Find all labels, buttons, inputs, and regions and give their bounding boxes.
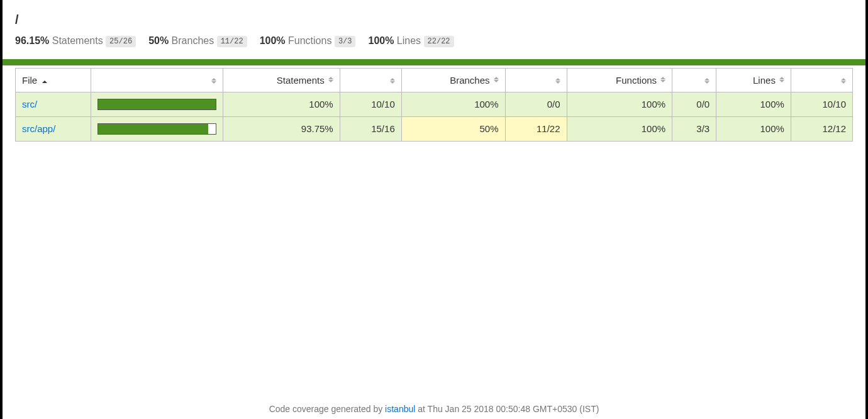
file-link[interactable]: src/ — [22, 99, 37, 109]
footer: Code coverage generated by istanbul at T… — [3, 404, 865, 414]
summary-functions-pct: 100% — [260, 35, 286, 46]
col-branches-label: Branches — [450, 75, 489, 86]
sort-icon — [328, 77, 333, 82]
col-lines-abs[interactable] — [791, 68, 852, 92]
col-statements[interactable]: Statements — [223, 68, 340, 92]
coverage-bar — [97, 99, 216, 110]
sort-icon — [779, 77, 784, 82]
coverage-bar — [97, 123, 216, 135]
statements-abs: 15/16 — [340, 116, 401, 141]
col-file[interactable]: File — [16, 68, 91, 92]
functions-abs: 3/3 — [672, 116, 716, 141]
summary-lines-label: Lines — [397, 35, 421, 46]
summary-statements-fraction: 25/26 — [106, 36, 136, 47]
col-lines[interactable]: Lines — [716, 68, 791, 92]
summary-statements-pct: 96.15% — [15, 35, 49, 46]
table-row: src/100%10/10100%0/0100%0/0100%10/10 — [16, 92, 853, 116]
file-cell: src/app/ — [16, 116, 91, 141]
footer-prefix: Code coverage generated by — [269, 404, 385, 414]
sort-icon — [390, 78, 395, 84]
branches-pct: 50% — [401, 116, 505, 141]
statements-pct: 93.75% — [223, 116, 340, 141]
summary-branches-label: Branches — [172, 35, 214, 46]
col-pic[interactable] — [91, 68, 223, 92]
summary-branches-fraction: 11/22 — [217, 36, 247, 47]
lines-abs: 10/10 — [791, 92, 852, 116]
sort-icon — [42, 81, 47, 84]
file-cell: src/ — [16, 92, 91, 116]
coverage-bar-fill — [98, 99, 216, 109]
lines-abs: 12/12 — [791, 116, 852, 141]
file-link[interactable]: src/app/ — [22, 123, 55, 134]
branches-pct: 100% — [401, 92, 505, 116]
summary-functions: 100% Functions 3/3 — [260, 33, 356, 49]
summary-functions-fraction: 3/3 — [335, 36, 356, 47]
lines-pct: 100% — [716, 92, 791, 116]
branches-abs: 0/0 — [505, 92, 567, 116]
page-title: / — [15, 13, 853, 27]
col-statements-label: Statements — [277, 75, 325, 86]
statements-pct: 100% — [223, 92, 340, 116]
sort-icon — [704, 78, 709, 84]
col-functions-label: Functions — [616, 75, 657, 86]
sort-icon — [660, 77, 665, 82]
footer-suffix: at Thu Jan 25 2018 00:50:48 GMT+0530 (IS… — [415, 404, 599, 414]
functions-pct: 100% — [567, 92, 672, 116]
col-file-label: File — [22, 75, 37, 86]
lines-pct: 100% — [716, 116, 791, 141]
sort-icon — [494, 77, 499, 82]
summary-lines: 100% Lines 22/22 — [368, 33, 453, 49]
summary-functions-label: Functions — [288, 35, 331, 46]
col-functions[interactable]: Functions — [567, 68, 672, 92]
col-lines-label: Lines — [753, 75, 776, 86]
summary-statements-label: Statements — [52, 35, 103, 46]
functions-abs: 0/0 — [672, 92, 716, 116]
summary-branches-pct: 50% — [148, 35, 169, 46]
footer-link[interactable]: istanbul — [385, 404, 415, 414]
summary-branches: 50% Branches 11/22 — [148, 33, 247, 49]
coverage-table: File Statements — [15, 68, 853, 142]
coverage-bar-cell — [91, 92, 223, 116]
status-bar — [3, 59, 865, 65]
sort-icon — [841, 78, 846, 84]
table-row: src/app/93.75%15/1650%11/22100%3/3100%12… — [16, 116, 853, 141]
branches-abs: 11/22 — [505, 116, 567, 141]
statements-abs: 10/10 — [340, 92, 401, 116]
coverage-bar-fill — [98, 124, 208, 134]
coverage-bar-cell — [91, 116, 223, 141]
summary-lines-pct: 100% — [368, 35, 394, 46]
functions-pct: 100% — [567, 116, 672, 141]
summary-statements: 96.15% Statements 25/26 — [15, 33, 136, 49]
sort-icon — [211, 78, 216, 84]
col-statements-abs[interactable] — [340, 68, 401, 92]
sort-icon — [555, 78, 560, 84]
col-branches-abs[interactable] — [505, 68, 567, 92]
summary-lines-fraction: 22/22 — [424, 36, 454, 47]
col-branches[interactable]: Branches — [401, 68, 505, 92]
col-functions-abs[interactable] — [672, 68, 716, 92]
